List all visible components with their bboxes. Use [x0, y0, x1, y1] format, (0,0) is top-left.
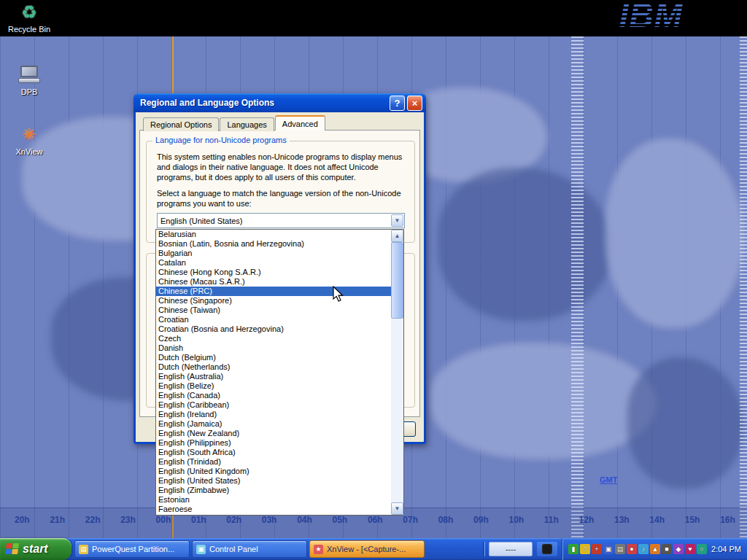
tray-icon-7[interactable]: ♪ — [638, 544, 649, 554]
hour-label: 02h — [226, 515, 241, 525]
dropdown-item[interactable]: Chinese (Macau S.A.R.) — [156, 277, 391, 287]
dropdown-item[interactable]: English (Trinidad) — [156, 457, 391, 467]
dropdown-item[interactable]: Dutch (Belgium) — [156, 353, 391, 362]
mouse-cursor — [332, 286, 345, 306]
dropdown-item[interactable]: Chinese (Singapore) — [156, 296, 391, 306]
tab-advanced[interactable]: Advanced — [275, 115, 325, 131]
close-button[interactable]: × — [407, 96, 422, 111]
taskbar-shortcut[interactable] — [537, 542, 557, 556]
desktop-icon-label: DPB — [6, 88, 53, 96]
tray-icon-5[interactable]: ▤ — [615, 544, 625, 554]
task-buttons: ▤ PowerQuest Partition... ▣ Control Pane… — [74, 540, 425, 558]
task-icon: ▣ — [196, 545, 206, 554]
tray-icon-3[interactable]: + — [592, 544, 602, 554]
hour-label-row: 20h21h22h23h00h01h02h03h04h05h06h07h08h0… — [15, 515, 735, 525]
hour-label: 10h — [508, 515, 524, 525]
gmt-label: GMT — [600, 475, 617, 484]
hour-label: 04h — [297, 515, 312, 525]
dropdown-item[interactable]: Faeroese — [156, 505, 391, 514]
tray-icon-8[interactable]: ▲ — [650, 544, 660, 554]
dropdown-items: BelarusianBosnian (Latin, Bosnia and Her… — [156, 230, 391, 515]
tab-languages[interactable]: Languages — [220, 117, 274, 131]
hour-label: 20h — [15, 515, 30, 525]
dropdown-item[interactable]: Croatian (Bosnia and Herzegovina) — [156, 324, 391, 334]
map-shape — [627, 357, 744, 489]
windows-flag-icon — [5, 543, 20, 555]
dropdown-item[interactable]: Estonian — [156, 495, 391, 505]
tab-strip: Regional Options Languages Advanced — [143, 115, 326, 131]
dropdown-item[interactable]: English (South Africa) — [156, 448, 391, 457]
dropdown-item[interactable]: Danish — [156, 343, 391, 353]
combobox-dropdown-icon[interactable]: ▼ — [391, 214, 403, 227]
dropdown-item[interactable]: Chinese (PRC) — [156, 287, 391, 296]
dropdown-item[interactable]: Bosnian (Latin, Bosnia and Herzegovina) — [156, 239, 391, 249]
tray-icon-9[interactable]: ■ — [662, 544, 672, 554]
help-button[interactable]: ? — [390, 96, 405, 111]
hour-label: 08h — [438, 515, 454, 525]
language-combobox[interactable]: English (United States) ▼ — [157, 213, 405, 228]
groupbox-title: Language for non-Unicode programs — [152, 136, 290, 144]
hour-label: 13h — [614, 515, 630, 525]
task-control-panel[interactable]: ▣ Control Panel — [192, 540, 307, 558]
timezone-hatch-band — [571, 36, 584, 538]
task-xnview[interactable]: ★ XnView - [<Capture-... — [309, 540, 425, 558]
map-shape — [438, 168, 613, 321]
hour-label: 23h — [120, 515, 136, 525]
dropdown-item[interactable]: English (United States) — [156, 476, 391, 486]
flag-pane — [12, 543, 19, 548]
tab-regional-options[interactable]: Regional Options — [143, 117, 219, 131]
desktop-icon-xnview[interactable]: ✳ XnView — [6, 124, 53, 156]
dropdown-item[interactable]: English (Australia) — [156, 372, 391, 381]
scrollbar-up-icon[interactable]: ▲ — [391, 230, 403, 242]
clock[interactable]: 2:04 PM — [711, 545, 741, 553]
laptop-screen — [20, 66, 38, 77]
dropdown-item[interactable]: English (New Zealand) — [156, 429, 391, 438]
task-powerquest[interactable]: ▤ PowerQuest Partition... — [74, 540, 190, 558]
language-dropdown-list: BelarusianBosnian (Latin, Bosnia and Her… — [155, 229, 404, 516]
flag-pane — [12, 549, 18, 554]
tray-icon-1[interactable]: ▮ — [568, 544, 578, 554]
hour-label: 05h — [333, 515, 348, 525]
dialog-titlebar[interactable]: Regional and Language Options ? × — [133, 93, 426, 112]
dropdown-item[interactable]: English (Canada) — [156, 391, 391, 400]
tray-icon-2[interactable]: ? — [580, 544, 590, 554]
tray-icon-11[interactable]: ♥ — [685, 544, 695, 554]
description-text: This system setting enables non-Unicode … — [157, 152, 405, 182]
dropdown-item[interactable]: English (Jamaica) — [156, 419, 391, 429]
dropdown-item[interactable]: English (Philippines) — [156, 438, 391, 448]
scrollbar[interactable]: ▲ ▼ — [391, 230, 403, 515]
tray-icon-4[interactable]: ▣ — [603, 544, 614, 554]
hour-label: 09h — [473, 515, 489, 525]
hour-label: 14h — [649, 515, 665, 525]
groupbox-non-unicode: Language for non-Unicode programs This s… — [146, 141, 415, 243]
desktop-icon-label: XnView — [6, 147, 53, 156]
dropdown-item[interactable]: Chinese (Taiwan) — [156, 306, 391, 315]
dropdown-item[interactable]: Belarusian — [156, 230, 391, 239]
dropdown-item[interactable]: Croatian — [156, 315, 391, 324]
hour-label: 11h — [544, 515, 559, 525]
taskbar-toolbar[interactable]: ---- — [489, 542, 533, 556]
desktop-icon-recycle-bin[interactable]: ♻ Recycle Bin — [6, 1, 53, 34]
tray-icon-10[interactable]: ◆ — [673, 544, 684, 554]
dropdown-item[interactable]: Czech — [156, 334, 391, 343]
dropdown-item[interactable]: English (Zimbabwe) — [156, 486, 391, 495]
scrollbar-thumb[interactable] — [391, 242, 403, 319]
dropdown-item[interactable]: English (Ireland) — [156, 410, 391, 419]
dropdown-item[interactable]: English (United Kingdom) — [156, 467, 391, 476]
dropdown-item[interactable]: Catalan — [156, 258, 391, 268]
taskbar-shortcut-icon — [542, 544, 552, 554]
desktop-icon-dpb[interactable]: DPB — [6, 64, 53, 96]
start-button[interactable]: start — [0, 538, 71, 560]
hour-label: 03h — [262, 515, 277, 525]
xnview-glyph: ✳ — [23, 125, 36, 144]
hour-label: 22h — [85, 515, 101, 525]
dropdown-item[interactable]: Dutch (Netherlands) — [156, 362, 391, 372]
tray-icon-12[interactable]: ○ — [697, 544, 707, 554]
dropdown-item[interactable]: English (Caribbean) — [156, 400, 391, 410]
hour-label: 16h — [720, 515, 735, 525]
dropdown-item[interactable]: Chinese (Hong Kong S.A.R.) — [156, 268, 391, 277]
dropdown-item[interactable]: Bulgarian — [156, 249, 391, 258]
tray-icon-6[interactable]: ● — [627, 544, 637, 554]
dropdown-item[interactable]: English (Belize) — [156, 381, 391, 391]
scrollbar-down-icon[interactable]: ▼ — [391, 502, 403, 515]
